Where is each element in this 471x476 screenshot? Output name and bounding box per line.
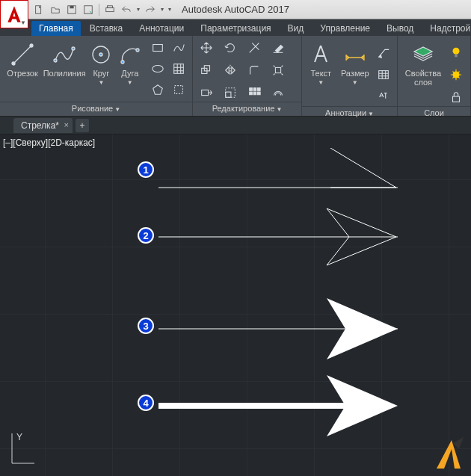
svg-point-16: [153, 66, 163, 72]
scale-icon[interactable]: [221, 84, 239, 102]
svg-rect-4: [106, 7, 114, 11]
bulb-icon[interactable]: [447, 43, 465, 61]
text-icon: [308, 42, 333, 67]
polyline-label: Полилиния: [43, 69, 86, 78]
app-menu-button[interactable]: ▼: [0, 0, 28, 28]
svg-rect-17: [174, 64, 184, 74]
tab-insert[interactable]: Вставка: [82, 21, 131, 36]
undo-icon[interactable]: [120, 4, 132, 16]
layer-small-tools: [447, 43, 465, 106]
move-icon[interactable]: [197, 39, 215, 57]
new-icon[interactable]: [33, 4, 45, 16]
tab-view[interactable]: Вид: [280, 21, 312, 36]
svg-rect-27: [253, 88, 256, 91]
quick-access-toolbar: ▾ ▾ ▾: [33, 4, 171, 16]
svg-rect-28: [258, 88, 261, 91]
fillet-icon[interactable]: [245, 61, 263, 79]
tab-addins[interactable]: Надстройки: [422, 21, 471, 36]
svg-point-10: [72, 47, 75, 50]
svg-rect-29: [250, 92, 253, 95]
explode-icon[interactable]: [269, 61, 287, 79]
layer-props-button[interactable]: Свойства слоя: [402, 39, 444, 87]
leader-icon[interactable]: [375, 43, 392, 61]
redo-drop-icon[interactable]: ▾: [161, 6, 164, 13]
drawing-canvas[interactable]: [–][Сверху][2D-каркас] 1 2 3 4 Y: [0, 135, 471, 476]
chevron-down-icon: ▼: [318, 79, 324, 86]
viewport-controls[interactable]: [–][Сверху][2D-каркас]: [3, 137, 95, 148]
rotate-icon[interactable]: [221, 39, 239, 57]
close-icon[interactable]: ×: [64, 120, 69, 129]
qat-customize-icon[interactable]: ▾: [168, 6, 171, 13]
dimension-button[interactable]: Размер ▼: [339, 39, 372, 86]
layer-props-label: Свойства слоя: [405, 69, 441, 87]
file-tab-active[interactable]: Стрелка* ×: [13, 118, 73, 133]
new-tab-button[interactable]: +: [76, 119, 89, 132]
mirror-icon[interactable]: [221, 61, 239, 79]
ellipse-icon[interactable]: [149, 60, 167, 78]
svg-rect-23: [202, 90, 209, 95]
line-button[interactable]: Отрезок: [4, 39, 40, 78]
polygon-icon[interactable]: [149, 81, 167, 99]
file-tab-label: Стрелка*: [21, 120, 59, 131]
ucs-icon: Y: [6, 430, 36, 467]
polyline-button[interactable]: Полилиния: [43, 39, 85, 78]
panel-modify: Редактирование▼: [193, 36, 302, 116]
svg-rect-0: [36, 5, 41, 13]
array-icon[interactable]: [245, 84, 263, 102]
offset-icon[interactable]: [269, 84, 287, 102]
chevron-down-icon: ▼: [127, 79, 133, 86]
svg-point-12: [99, 53, 102, 56]
svg-rect-36: [453, 96, 460, 102]
panel-modify-title[interactable]: Редактирование▼: [193, 102, 301, 114]
tab-annotate[interactable]: Аннотации: [132, 21, 191, 36]
marker-4: 4: [138, 395, 154, 411]
trim-icon[interactable]: [245, 39, 263, 57]
layers-icon: [410, 42, 436, 67]
circle-label: Круг: [93, 69, 109, 78]
svg-point-7: [12, 62, 15, 65]
table-icon[interactable]: [375, 66, 392, 84]
redo-icon[interactable]: [144, 4, 156, 16]
svg-point-14: [136, 49, 139, 52]
panel-anno-title[interactable]: Аннотации▼: [302, 106, 397, 119]
rect-icon[interactable]: [149, 39, 167, 57]
file-tabs: Стрелка* × +: [0, 117, 471, 135]
svg-text:Y: Y: [16, 432, 22, 442]
tab-parametric[interactable]: Параметризация: [193, 21, 278, 36]
ribbon: Отрезок Полилиния Круг ▼ Дуга ▼: [0, 36, 471, 117]
svg-rect-26: [250, 88, 253, 91]
arrow-3: [158, 295, 398, 362]
open-icon[interactable]: [49, 4, 61, 16]
ribbon-tabs: Главная Вставка Аннотации Параметризация…: [0, 19, 471, 36]
svg-rect-22: [275, 67, 280, 72]
circle-button[interactable]: Круг ▼: [88, 39, 114, 86]
svg-rect-19: [175, 86, 183, 94]
freeze-icon[interactable]: [447, 66, 465, 84]
lock-icon[interactable]: [447, 88, 465, 106]
saveas-icon[interactable]: [82, 4, 94, 16]
text-button[interactable]: Текст ▼: [307, 39, 336, 86]
mtext-icon[interactable]: [375, 88, 392, 106]
plot-icon[interactable]: [104, 4, 116, 16]
marker-1: 1: [138, 161, 154, 178]
undo-drop-icon[interactable]: ▾: [137, 6, 140, 13]
copy-icon[interactable]: [197, 61, 215, 79]
dimension-label: Размер: [341, 69, 369, 78]
arc-button[interactable]: Дуга ▼: [117, 39, 143, 86]
tab-home[interactable]: Главная: [31, 21, 81, 36]
hatch-icon[interactable]: [170, 60, 188, 78]
panel-draw-title[interactable]: Рисование▼: [0, 102, 192, 114]
erase-icon[interactable]: [269, 39, 287, 57]
svg-point-8: [30, 44, 33, 47]
svg-rect-15: [153, 45, 163, 52]
spline-icon[interactable]: [170, 39, 188, 57]
stretch-icon[interactable]: [197, 84, 215, 102]
dimension-icon: [342, 42, 368, 67]
line-label: Отрезок: [7, 69, 37, 78]
tab-manage[interactable]: Управление: [313, 21, 378, 36]
tab-output[interactable]: Вывод: [379, 21, 421, 36]
region-icon[interactable]: [170, 81, 188, 99]
svg-rect-31: [258, 92, 261, 95]
save-icon[interactable]: [66, 4, 78, 16]
panel-layers-title[interactable]: Слои: [398, 106, 470, 119]
